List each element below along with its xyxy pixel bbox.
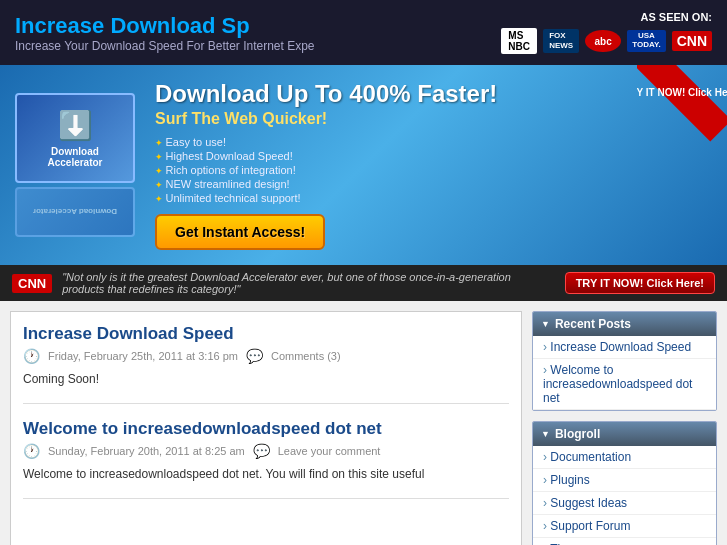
blogroll-link-suggest-ideas[interactable]: Suggest Ideas xyxy=(533,492,716,514)
media-logos: MSNBC FOXNEWS abc USATODAY. CNN xyxy=(501,28,712,54)
try-now-text: TRY IT NOW! Click Here! xyxy=(637,87,727,98)
content-area: Increase Download Speed 🕐 Friday, Februa… xyxy=(10,311,522,545)
list-item: Welcome to increasedownloadspeed dot net xyxy=(533,359,716,410)
product-name: Download Accelerator xyxy=(25,146,125,168)
header-logos: AS SEEN ON: MSNBC FOXNEWS abc USATODAY. … xyxy=(501,11,712,54)
get-access-button[interactable]: Get Instant Access! xyxy=(155,214,325,250)
fox-news-logo: FOXNEWS xyxy=(543,29,579,52)
blogroll-list: Documentation Plugins Suggest Ideas Supp… xyxy=(533,446,716,545)
cnn-bar-logo: CNN xyxy=(12,274,52,293)
site-title: Increase Download Sp xyxy=(15,13,315,39)
cnn-quote-bar: CNN "Not only is it the greatest Downloa… xyxy=(0,265,727,301)
feature-4: NEW streamlined design! xyxy=(155,178,712,190)
post-2-comments[interactable]: Leave your comment xyxy=(278,445,381,457)
sidebar-recent-posts: Recent Posts Increase Download Speed Wel… xyxy=(532,311,717,411)
post-2-title[interactable]: Welcome to increasedownloadspeed dot net xyxy=(23,419,509,439)
banner-subheadline: Surf The Web Quicker! xyxy=(155,110,712,128)
post-1-date: Friday, February 25th, 2011 at 3:16 pm xyxy=(48,350,238,362)
as-seen-on-label: AS SEEN ON: xyxy=(640,11,712,23)
recent-post-link-1[interactable]: Increase Download Speed xyxy=(533,336,716,358)
try-it-now-button[interactable]: TRY IT NOW! Click Here! xyxy=(565,272,715,294)
cnn-logo: CNN xyxy=(672,31,712,51)
product-box-container: ⬇️ Download Accelerator Download Acceler… xyxy=(15,93,135,237)
feature-3: Rich options of integration! xyxy=(155,164,712,176)
post-1-comments[interactable]: Comments (3) xyxy=(271,350,341,362)
main-layout: Increase Download Speed 🕐 Friday, Februa… xyxy=(0,301,727,545)
post-1-title[interactable]: Increase Download Speed xyxy=(23,324,509,344)
post-1-meta: 🕐 Friday, February 25th, 2011 at 3:16 pm… xyxy=(23,348,509,364)
post-1-body: Coming Soon! xyxy=(23,370,509,388)
product-name-reflection: Download Accelerator xyxy=(33,208,117,217)
feature-2: Highest Download Speed! xyxy=(155,150,712,162)
post-1: Increase Download Speed 🕐 Friday, Februa… xyxy=(23,324,509,404)
product-icon: ⬇️ xyxy=(58,109,93,142)
list-item: Increase Download Speed xyxy=(533,336,716,359)
comment-icon-2: 💬 xyxy=(253,443,270,459)
blogroll-header: Blogroll xyxy=(533,422,716,446)
feature-5: Unlimited technical support! xyxy=(155,192,712,204)
post-2-meta: 🕐 Sunday, February 20th, 2011 at 8:25 am… xyxy=(23,443,509,459)
comment-icon: 💬 xyxy=(246,348,263,364)
recent-post-link-2[interactable]: Welcome to increasedownloadspeed dot net xyxy=(533,359,716,409)
post-2-body: Welcome to increasedownloadspeed dot net… xyxy=(23,465,509,483)
blogroll-link-documentation[interactable]: Documentation xyxy=(533,446,716,468)
blogroll-link-themes[interactable]: Themes xyxy=(533,538,716,545)
product-box: ⬇️ Download Accelerator xyxy=(15,93,135,183)
product-box-reflection: Download Accelerator xyxy=(15,187,135,237)
recent-posts-header: Recent Posts xyxy=(533,312,716,336)
post-2-date: Sunday, February 20th, 2011 at 8:25 am xyxy=(48,445,245,457)
site-subtitle: Increase Your Download Speed For Better … xyxy=(15,39,315,53)
abc-logo: abc xyxy=(585,30,621,52)
post-2: Welcome to increasedownloadspeed dot net… xyxy=(23,419,509,499)
msnbc-logo: MSNBC xyxy=(501,28,537,54)
blogroll-link-support-forum[interactable]: Support Forum xyxy=(533,515,716,537)
blogroll-link-plugins[interactable]: Plugins xyxy=(533,469,716,491)
list-item: Documentation xyxy=(533,446,716,469)
banner-text: Download Up To 400% Faster! Surf The Web… xyxy=(155,80,712,250)
calendar-icon-2: 🕐 xyxy=(23,443,40,459)
calendar-icon: 🕐 xyxy=(23,348,40,364)
list-item: Plugins xyxy=(533,469,716,492)
banner-features: Easy to use! Highest Download Speed! Ric… xyxy=(155,136,712,204)
sidebar: Recent Posts Increase Download Speed Wel… xyxy=(532,311,717,545)
recent-posts-list: Increase Download Speed Welcome to incre… xyxy=(533,336,716,410)
sidebar-blogroll: Blogroll Documentation Plugins Suggest I… xyxy=(532,421,717,545)
usa-today-logo: USATODAY. xyxy=(627,30,665,52)
header-branding: Increase Download Sp Increase Your Downl… xyxy=(15,13,315,53)
list-item: Themes xyxy=(533,538,716,545)
cnn-quote-text: "Not only is it the greatest Download Ac… xyxy=(62,271,554,295)
site-header: Increase Download Sp Increase Your Downl… xyxy=(0,0,727,65)
list-item: Suggest Ideas xyxy=(533,492,716,515)
try-now-corner: TRY IT NOW! Click Here! xyxy=(637,65,727,155)
banner-headline: Download Up To 400% Faster! xyxy=(155,80,712,108)
promo-banner: ⬇️ Download Accelerator Download Acceler… xyxy=(0,65,727,265)
list-item: Support Forum xyxy=(533,515,716,538)
feature-1: Easy to use! xyxy=(155,136,712,148)
